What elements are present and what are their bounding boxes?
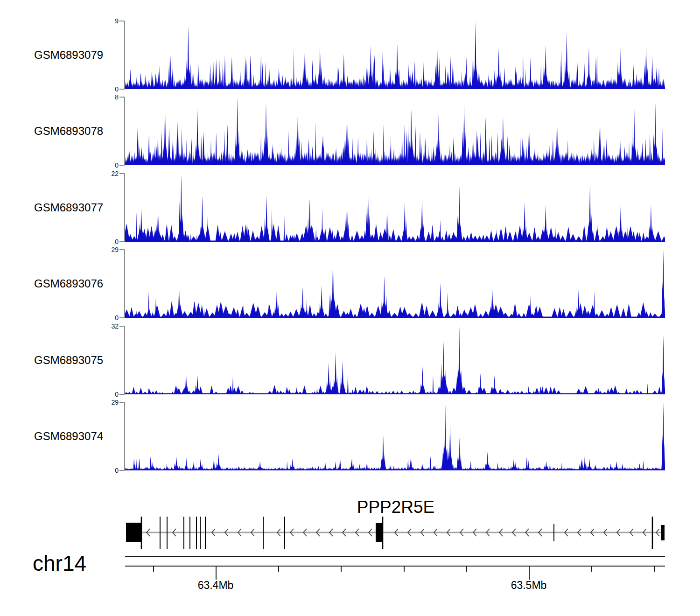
y-axis-min-label: 0 (61, 162, 119, 168)
y-axis-zero-tick (119, 317, 125, 318)
axis-minor-tick (153, 566, 154, 572)
coverage-signal-canvas (125, 97, 665, 165)
y-axis-top-tick (119, 326, 125, 327)
y-axis-max-label: 29 (61, 399, 119, 406)
y-axis-top-tick (119, 249, 125, 250)
axis-tick-label: 63.5Mb (496, 579, 561, 592)
track-label: GSM6893076 (34, 277, 118, 290)
axis-major-tick (216, 566, 217, 580)
axis-major-tick (529, 566, 530, 580)
gene-model-svg (125, 495, 665, 555)
coverage-signal-canvas (125, 21, 665, 89)
chromosome-label: chr14 (33, 551, 86, 576)
y-axis-max-label: 9 (61, 18, 119, 24)
axis-minor-tick (654, 566, 655, 572)
y-axis-zero-tick (119, 241, 125, 242)
axis-minor-tick (278, 566, 279, 572)
y-axis-zero-tick (119, 165, 125, 166)
y-axis-max-label: 8 (61, 94, 119, 100)
coverage-signal-canvas (125, 326, 665, 394)
coverage-track: GSM6893074 29 0 (0, 402, 700, 470)
coverage-track: GSM6893076 29 0 (0, 250, 700, 318)
coverage-signal-canvas (125, 250, 665, 318)
exon-box (126, 523, 141, 542)
y-axis-top-tick (119, 173, 125, 174)
exon-box (376, 523, 383, 542)
y-axis-max-label: 32 (61, 323, 119, 329)
y-axis-max-label: 29 (61, 246, 119, 253)
coverage-track: GSM6893075 32 0 (0, 326, 700, 394)
track-label: GSM6893074 (34, 430, 118, 443)
y-axis-top-tick (119, 21, 125, 21)
y-axis-top-tick (119, 97, 125, 98)
y-axis-max-label: 22 (61, 170, 119, 177)
track-label: GSM6893075 (34, 354, 118, 367)
axis-minor-tick (341, 566, 342, 572)
axis-minor-tick (591, 566, 592, 572)
y-axis-top-tick (119, 402, 125, 403)
y-axis-min-label: 0 (61, 391, 119, 398)
genome-axis: 63.4Mb63.5Mb (125, 566, 665, 594)
y-axis-min-label: 0 (61, 86, 119, 92)
exon-box (661, 525, 665, 540)
coverage-track: GSM6893077 22 0 (0, 174, 700, 242)
axis-tick-label: 63.4Mb (183, 579, 248, 592)
y-axis-zero-tick (119, 470, 125, 471)
y-axis-min-label: 0 (61, 238, 119, 245)
axis-minor-tick (466, 566, 467, 572)
region-line (125, 556, 665, 557)
y-axis-min-label: 0 (61, 467, 119, 474)
track-label: GSM6893078 (34, 125, 118, 138)
genome-browser-figure: GSM6893079 9 0 GSM6893078 8 0 GSM6893077… (0, 0, 700, 616)
y-axis-zero-tick (119, 89, 125, 90)
track-label: GSM6893079 (34, 49, 118, 62)
coverage-track: GSM6893079 9 0 (0, 21, 700, 89)
coverage-signal-canvas (125, 402, 665, 470)
axis-minor-tick (404, 566, 405, 572)
track-label: GSM6893077 (34, 201, 118, 214)
y-axis-zero-tick (119, 394, 125, 395)
y-axis-min-label: 0 (61, 315, 119, 321)
coverage-signal-canvas (125, 174, 665, 242)
coverage-track: GSM6893078 8 0 (0, 97, 700, 165)
